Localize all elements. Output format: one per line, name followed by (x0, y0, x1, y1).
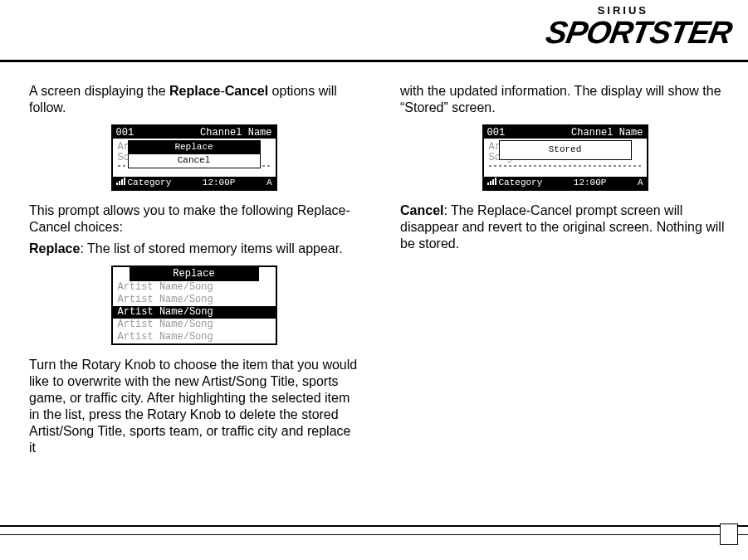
channel-name: Channel Name (571, 128, 643, 138)
lcd-replace-cancel: 001 Channel Name Artist Name Song Title … (111, 124, 277, 191)
channel-name: Channel Name (200, 128, 271, 138)
intro-paragraph: A screen displaying the Replace-Cancel o… (29, 83, 359, 116)
lcd-titlebar: 001 Channel Name (484, 126, 647, 139)
lcd-body: Artist Name Song Title Replace Cancel (113, 139, 276, 177)
bold-cancel: Cancel (225, 84, 268, 98)
list-item: Artist Name/Song (113, 331, 276, 343)
list-item-selected: Artist Name/Song (113, 306, 276, 319)
option-replace: Replace (129, 141, 260, 154)
clock: 12:00P (203, 178, 236, 189)
text: A screen displaying the (29, 84, 169, 98)
lcd-statusbar: Category 12:00P A (113, 177, 276, 189)
lcd-statusbar: Category 12:00P A (484, 177, 647, 189)
text: : The list of stored memory items will a… (80, 241, 342, 256)
popup-message: Stored (499, 140, 632, 160)
signal-icon (487, 178, 496, 185)
knob-paragraph: Turn the Rotary Knob to choose the item … (29, 357, 359, 456)
signal-and-category: Category (487, 178, 543, 189)
list-item: Artist Name/Song (113, 319, 276, 331)
lcd-replace-list: Replace Artist Name/Song Artist Name/Son… (111, 265, 277, 345)
header-rule (0, 60, 748, 62)
page-header: SIRIUS SPORTSTER (0, 0, 748, 66)
brand-logo: SIRIUS SPORTSTER (546, 4, 731, 51)
list-header: Replace (130, 267, 259, 281)
continuation-paragraph: with the updated information. The displa… (400, 83, 730, 116)
left-column: A screen displaying the Replace-Cancel o… (29, 83, 359, 510)
product-name: SPORTSTER (544, 15, 735, 51)
replace-paragraph: Replace: The list of stored memory items… (29, 241, 359, 257)
signal-and-category: Category (116, 178, 172, 189)
bank-letter: A (266, 178, 272, 189)
bank-letter: A (638, 178, 643, 189)
lcd-stored: 001 Channel Name Artist Name Song Title … (482, 124, 648, 191)
clock: 12:00P (574, 178, 607, 189)
divider (489, 165, 642, 167)
content-area: A screen displaying the Replace-Cancel o… (29, 83, 730, 510)
right-column: with the updated information. The displa… (400, 83, 730, 510)
channel-number: 001 (487, 128, 506, 138)
lcd-titlebar: 001 Channel Name (113, 126, 276, 139)
list-item: Artist Name/Song (113, 281, 276, 294)
option-cancel: Cancel (129, 154, 260, 168)
channel-number: 001 (116, 128, 134, 138)
bold-replace: Replace (29, 241, 80, 256)
category-label: Category (499, 178, 543, 187)
page-number-box (720, 523, 738, 545)
cancel-paragraph: Cancel: The Replace-Cancel prompt screen… (400, 202, 730, 252)
text: : The Replace-Cancel prompt screen will … (400, 203, 724, 251)
stored-label: Stored (500, 141, 631, 159)
choices-paragraph: This prompt allows you to make the follo… (29, 202, 359, 236)
signal-icon (116, 178, 125, 185)
bold-cancel: Cancel (400, 203, 443, 217)
category-label: Category (128, 178, 172, 187)
footer-rule (0, 525, 748, 535)
lcd-body: Artist Name Song Title Stored (484, 139, 647, 177)
list-item: Artist Name/Song (113, 294, 276, 306)
bold-replace: Replace (169, 84, 220, 98)
popup-menu: Replace Cancel (128, 140, 261, 168)
